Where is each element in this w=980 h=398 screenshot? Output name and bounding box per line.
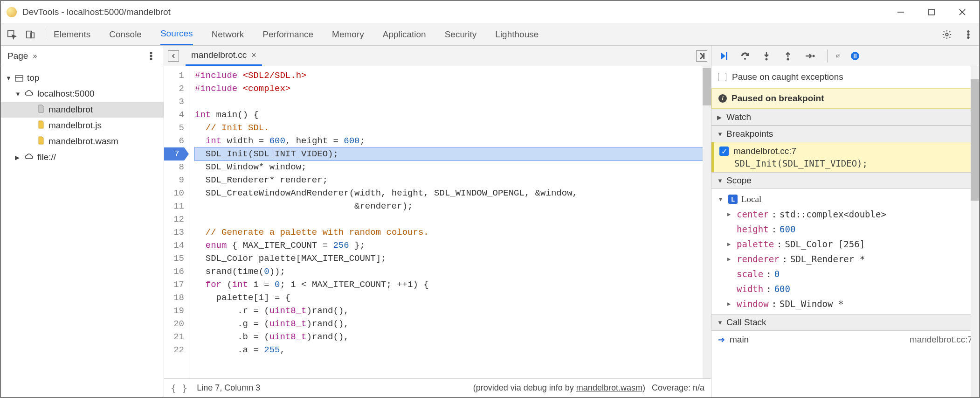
checkbox-unchecked[interactable] [718,73,726,81]
navigator-pane-label[interactable]: Page [7,51,28,61]
navigator-more-icon[interactable] [145,50,157,62]
debug-scrollbar[interactable] [971,66,979,397]
callstack-section-header[interactable]: ▼ Call Stack [711,314,979,331]
code-line[interactable]: // Generate a palette with random colour… [195,226,703,239]
callstack-frame[interactable]: ➔ main mandelbrot.cc:7 [711,331,979,349]
line-number[interactable]: 7 [164,147,184,161]
code-line[interactable]: &renderer); [195,200,703,213]
scope-variable[interactable]: width: 600 [715,281,975,296]
code-line[interactable]: int main() { [195,108,703,121]
line-number[interactable]: 2 [164,82,184,95]
pretty-print-icon[interactable]: { } [171,383,187,394]
code-area[interactable]: 12345678910111213141516171819202122 #inc… [164,66,711,378]
pause-on-caught-row[interactable]: Pause on caught exceptions [711,66,979,88]
line-number[interactable]: 18 [164,291,184,304]
line-number[interactable]: 12 [164,213,184,226]
scope-variable[interactable]: ▶window: SDL_Window * [715,296,975,311]
tab-application[interactable]: Application [383,23,426,45]
scope-variable[interactable]: height: 600 [715,222,975,237]
line-number[interactable]: 4 [164,108,184,121]
scope-variable[interactable]: ▶palette: SDL_Color [256] [715,237,975,251]
close-button[interactable] [958,7,967,17]
tab-lighthouse[interactable]: Lighthouse [495,23,538,45]
code-line[interactable]: srand(time(0)); [195,265,703,278]
tab-console[interactable]: Console [109,23,142,45]
line-number[interactable]: 1 [164,69,184,82]
tree-file-mandelbrot-js[interactable]: mandelbrot.js [1,118,164,133]
scrollbar-thumb[interactable] [703,68,711,105]
tab-memory[interactable]: Memory [332,23,364,45]
code-line[interactable]: // Init SDL. [195,121,703,134]
code-line[interactable]: enum { MAX_ITER_COUNT = 256 }; [195,239,703,252]
tab-network[interactable]: Network [212,23,244,45]
code-content[interactable]: #include <SDL2/SDL.h>#include <complex>i… [189,66,703,378]
tab-sources[interactable]: Sources [160,23,193,45]
code-line[interactable]: SDL_Init(SDL_INIT_VIDEO); [195,147,703,161]
maximize-button[interactable] [927,7,936,17]
tree-file-mandelbrot-wasm[interactable]: mandelbrot.wasm [1,133,164,149]
line-number[interactable]: 16 [164,265,184,278]
scope-variable[interactable]: scale: 0 [715,266,975,281]
editor-scrollbar[interactable] [703,66,711,378]
code-line[interactable]: int width = 600, height = 600; [195,134,703,147]
pause-exceptions-button[interactable] [849,49,862,63]
scope-variable[interactable]: ▶renderer: SDL_Renderer * [715,251,975,266]
line-gutter[interactable]: 12345678910111213141516171819202122 [164,66,189,378]
minimize-button[interactable] [896,7,905,17]
file-tab-mandelbrot-cc[interactable]: mandelbrot.cc × [186,46,262,66]
tab-security[interactable]: Security [445,23,477,45]
code-line[interactable] [195,95,703,108]
chevron-right-icon[interactable]: » [33,52,37,60]
tree-file-scheme[interactable]: ▶ file:// [1,149,164,165]
line-number[interactable]: 15 [164,252,184,265]
code-line[interactable]: .g = (uint8_t)rand(), [195,317,703,330]
more-icon[interactable] [962,28,974,41]
inspect-element-icon[interactable] [6,28,18,41]
resume-button[interactable] [717,49,730,63]
deactivate-breakpoints-button[interactable] [827,49,840,63]
step-into-button[interactable] [760,49,773,63]
tree-host[interactable]: ▼ localhost:5000 [1,86,164,102]
code-line[interactable]: #include <SDL2/SDL.h> [195,69,703,82]
code-line[interactable]: SDL_Color palette[MAX_ITER_COUNT]; [195,252,703,265]
code-line[interactable]: .a = 255, [195,343,703,356]
line-number[interactable]: 21 [164,330,184,343]
provided-link[interactable]: mandelbrot.wasm [576,383,642,392]
code-line[interactable]: SDL_Window* window; [195,161,703,174]
checkbox-checked[interactable]: ✓ [719,147,729,156]
code-line[interactable]: palette[i] = { [195,291,703,304]
settings-icon[interactable] [941,28,953,41]
line-number[interactable]: 19 [164,304,184,317]
tab-performance[interactable]: Performance [262,23,313,45]
line-number[interactable]: 5 [164,121,184,134]
toggle-debugger-button[interactable] [696,50,707,62]
close-tab-icon[interactable]: × [251,50,256,60]
toggle-navigator-button[interactable] [168,50,179,62]
watch-section-header[interactable]: ▶ Watch [711,109,979,126]
line-number[interactable]: 3 [164,95,184,108]
scrollbar-thumb[interactable] [971,79,979,201]
scope-variable[interactable]: ▶center: std::complex<double> [715,207,975,222]
code-line[interactable]: .r = (uint8_t)rand(), [195,304,703,317]
code-line[interactable]: #include <complex> [195,82,703,95]
step-out-button[interactable] [781,49,794,63]
device-toolbar-icon[interactable] [24,28,36,41]
breakpoints-section-header[interactable]: ▼ Breakpoints [711,126,979,142]
line-number[interactable]: 20 [164,317,184,330]
breakpoint-item[interactable]: ✓ mandelbrot.cc:7 SDL_Init(SDL_INIT_VIDE… [711,142,979,172]
line-number[interactable]: 11 [164,200,184,213]
code-line[interactable]: for (int i = 0; i < MAX_ITER_COUNT; ++i)… [195,278,703,291]
step-over-button[interactable] [738,49,752,63]
code-line[interactable]: SDL_CreateWindowAndRenderer(width, heigh… [195,187,703,200]
line-number[interactable]: 6 [164,134,184,147]
code-line[interactable]: SDL_Renderer* renderer; [195,174,703,187]
step-button[interactable] [803,49,816,63]
line-number[interactable]: 14 [164,239,184,252]
line-number[interactable]: 13 [164,226,184,239]
code-line[interactable]: .b = (uint8_t)rand(), [195,330,703,343]
tree-top-frame[interactable]: ▼ top [1,70,164,86]
line-number[interactable]: 22 [164,343,184,356]
scope-section-header[interactable]: ▼ Scope [711,172,979,189]
scope-local-header[interactable]: ▼ L Local [715,192,975,207]
tab-elements[interactable]: Elements [54,23,90,45]
